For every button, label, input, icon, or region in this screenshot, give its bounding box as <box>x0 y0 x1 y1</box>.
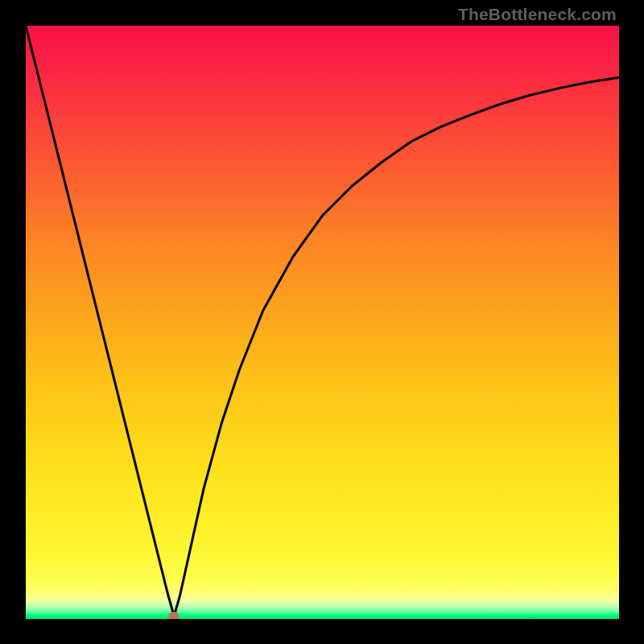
plot-area <box>26 26 619 619</box>
optimum-marker <box>169 612 179 619</box>
chart-frame: TheBottleneck.com <box>0 0 644 644</box>
bottleneck-curve <box>26 26 619 619</box>
attribution-text: TheBottleneck.com <box>458 5 617 24</box>
